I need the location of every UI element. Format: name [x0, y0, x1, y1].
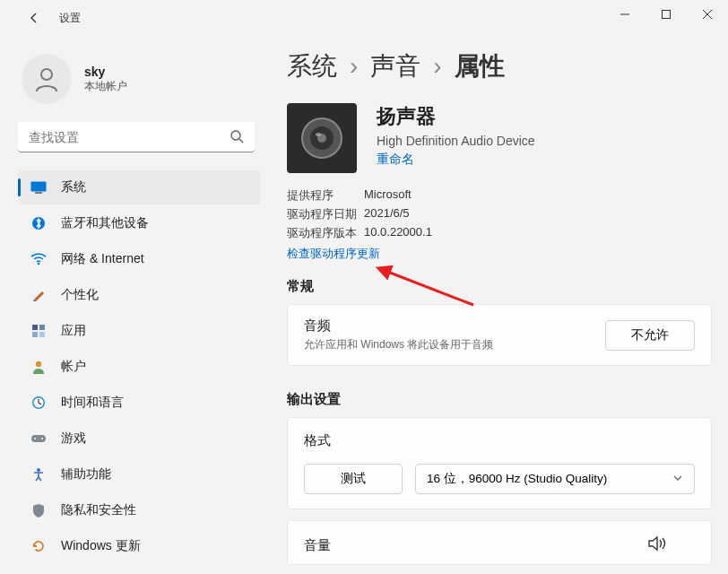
nav-gaming[interactable]: 游戏 [18, 422, 260, 456]
nav-windows-update[interactable]: Windows 更新 [18, 529, 260, 563]
app-title: 设置 [59, 11, 81, 26]
svg-point-19 [37, 468, 40, 472]
nav-label: 帐户 [61, 359, 86, 375]
system-icon [30, 179, 47, 196]
apps-icon [30, 323, 47, 339]
nav-label: Windows 更新 [61, 538, 141, 554]
section-output-title: 输出设置 [287, 391, 712, 408]
rename-link[interactable]: 重命名 [377, 152, 414, 168]
output-settings-card: 格式 测试 16 位，96000 Hz (Studio Quality) [287, 417, 712, 509]
volume-label: 音量 [304, 537, 331, 554]
svg-rect-5 [31, 182, 47, 192]
avatar [22, 54, 72, 104]
volume-card: 音量 [287, 520, 712, 565]
search-icon [230, 129, 244, 147]
nav-bluetooth[interactable]: 蓝牙和其他设备 [18, 206, 260, 240]
disallow-button[interactable]: 不允许 [605, 320, 695, 351]
svg-point-2 [41, 69, 52, 80]
driver-version-label: 驱动程序版本 [287, 225, 364, 241]
nav-personalization[interactable]: 个性化 [18, 278, 260, 312]
shield-icon [30, 502, 47, 518]
driver-version-value: 10.0.22000.1 [364, 225, 712, 241]
driver-provider-label: 提供程序 [287, 187, 364, 204]
bluetooth-icon [30, 215, 47, 231]
chevron-right-icon: › [433, 52, 441, 81]
nav-label: 蓝牙和其他设备 [61, 215, 149, 231]
svg-rect-11 [32, 332, 38, 337]
user-name: sky [84, 65, 127, 79]
nav-accounts[interactable]: 帐户 [18, 350, 260, 384]
svg-line-4 [239, 139, 243, 143]
svg-rect-16 [31, 435, 46, 442]
nav-network[interactable]: 网络 & Internet [18, 242, 260, 276]
back-button[interactable] [20, 4, 48, 32]
update-icon [30, 538, 47, 554]
svg-point-8 [38, 263, 40, 265]
brush-icon [30, 287, 47, 303]
minimize-button[interactable] [604, 0, 646, 29]
device-subtitle: High Definition Audio Device [377, 134, 535, 148]
svg-rect-1 [663, 11, 671, 19]
accessibility-icon [30, 466, 47, 483]
nav-label: 系统 [61, 179, 86, 196]
close-button[interactable] [687, 0, 728, 29]
audio-allow-card: 音频 允许应用和 Windows 将此设备用于音频 不允许 [287, 304, 712, 366]
nav-system[interactable]: 系统 [18, 170, 260, 204]
breadcrumb: 系统 › 声音 › 属性 [287, 49, 712, 83]
nav-label: 辅助功能 [61, 466, 111, 483]
user-profile[interactable]: sky 本地帐户 [18, 54, 269, 104]
check-driver-update-link[interactable]: 检查驱动程序更新 [287, 246, 380, 262]
svg-rect-10 [39, 325, 45, 330]
svg-point-17 [34, 438, 36, 439]
chevron-right-icon: › [350, 52, 358, 81]
svg-rect-6 [35, 192, 42, 194]
format-label: 格式 [304, 432, 695, 449]
test-button[interactable]: 测试 [304, 464, 403, 494]
format-value: 16 位，96000 Hz (Studio Quality) [427, 471, 607, 487]
device-title: 扬声器 [377, 103, 535, 130]
nav-privacy[interactable]: 隐私和安全性 [18, 493, 260, 527]
nav-accessibility[interactable]: 辅助功能 [18, 457, 260, 491]
breadcrumb-properties: 属性 [455, 49, 505, 83]
nav-label: 游戏 [61, 430, 86, 447]
driver-date-value: 2021/6/5 [364, 206, 712, 222]
maximize-button[interactable] [646, 0, 687, 29]
search-input[interactable] [18, 122, 255, 152]
nav-label: 网络 & Internet [61, 251, 144, 267]
svg-rect-9 [32, 325, 38, 330]
format-select[interactable]: 16 位，96000 Hz (Studio Quality) [415, 464, 695, 494]
svg-point-3 [231, 131, 240, 140]
audio-description: 允许应用和 Windows 将此设备用于音频 [304, 337, 493, 352]
wifi-icon [30, 251, 47, 267]
nav-label: 时间和语言 [61, 395, 124, 411]
driver-date-label: 驱动程序日期 [287, 206, 364, 222]
breadcrumb-system[interactable]: 系统 [287, 49, 337, 83]
svg-point-13 [36, 361, 41, 367]
gamepad-icon [30, 430, 47, 447]
nav-label: 隐私和安全性 [61, 502, 136, 518]
nav-label: 应用 [61, 323, 86, 339]
nav-apps[interactable]: 应用 [18, 314, 260, 348]
nav-label: 个性化 [61, 287, 99, 303]
svg-rect-12 [39, 332, 45, 337]
user-subtitle: 本地帐户 [84, 79, 127, 94]
audio-label: 音频 [304, 317, 493, 335]
svg-point-18 [41, 438, 43, 439]
person-icon [30, 359, 47, 375]
driver-provider-value: Microsoft [364, 187, 712, 204]
speaker-device-icon [287, 103, 357, 173]
volume-icon [648, 535, 668, 555]
section-general-title: 常规 [287, 278, 712, 295]
clock-icon [30, 395, 47, 411]
chevron-down-icon [672, 473, 683, 486]
breadcrumb-sound[interactable]: 声音 [370, 49, 420, 83]
nav-time-language[interactable]: 时间和语言 [18, 386, 260, 420]
svg-point-23 [316, 133, 321, 136]
